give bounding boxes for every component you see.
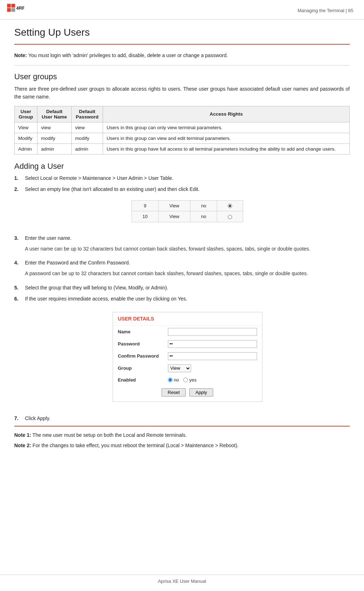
note-bottom-2: Note 2: For the changes to take effect, … [14, 442, 350, 449]
name-row: Name [113, 326, 262, 338]
col-header-group: UserGroup [15, 106, 37, 122]
footer-text: Aprisa XE User Manual [158, 579, 206, 584]
cell-password: view [71, 122, 103, 133]
confirm-password-label: Confirm Password [118, 353, 168, 360]
enabled-radio-group: no yes [168, 377, 197, 384]
steps-list: 1. Select Local or Remote > Maintenance … [14, 175, 350, 422]
step-text: Select Local or Remote > Maintenance > U… [25, 175, 173, 181]
table-row: Modify modify modify Users in this group… [15, 133, 350, 143]
title-divider [14, 44, 350, 45]
note-label: Note 2: [14, 443, 31, 448]
step-content: Enter the Password and the Confirm Passw… [25, 259, 350, 280]
user-details-form: USER DETAILS Name Password Confirm Passw… [113, 312, 262, 402]
cell-group: Admin [15, 143, 37, 154]
password-input[interactable] [168, 340, 257, 348]
password-row: Password [113, 338, 262, 350]
list-item: 3. Enter the user name.A user name can b… [14, 234, 350, 256]
group-row: Group View Modify Admin [113, 362, 262, 374]
list-item: 6. If the user requires immediate access… [14, 295, 350, 411]
note-intro: Note: You must login with 'admin' privil… [14, 50, 350, 61]
step-number: 4. [14, 259, 25, 280]
step-content: Select Local or Remote > Maintenance > U… [25, 175, 350, 182]
cell-username: admin [37, 143, 71, 154]
step-number: 7. [14, 415, 25, 422]
list-item: 4. Enter the Password and the Confirm Pa… [14, 259, 350, 280]
name-input[interactable] [168, 328, 257, 336]
screenshot-cell: View [159, 200, 190, 211]
cell-password: modify [71, 133, 103, 143]
note-text: The new user must be setup on both the L… [31, 432, 186, 438]
enabled-no-label[interactable]: no [168, 377, 179, 384]
step-text: Select an empty line (that isn't allocat… [25, 186, 200, 192]
group-select[interactable]: View Modify Admin [168, 364, 191, 372]
cell-access: Users in this group can only view termin… [103, 122, 350, 133]
enabled-no-radio[interactable] [168, 378, 173, 382]
note-text: For the changes to take effect, you must… [31, 443, 239, 448]
form-buttons: Reset Apply [113, 385, 262, 396]
step-number: 3. [14, 234, 25, 256]
note-label: Note 1: [14, 432, 31, 438]
screenshot-cell [217, 200, 243, 211]
col-header-access: Access Rights [103, 106, 350, 122]
step-content: Select the group that they will belong t… [25, 284, 350, 292]
4rf-logo-icon: 4RF [7, 4, 24, 17]
enabled-row: Enabled no yes [113, 374, 262, 386]
user-groups-heading: User groups [14, 72, 350, 81]
enabled-label: Enabled [118, 377, 168, 384]
confirm-password-input[interactable] [168, 352, 257, 360]
step-text: Click Apply. [25, 415, 50, 421]
svg-rect-1 [11, 4, 15, 7]
group-label: Group [118, 365, 168, 372]
step-number: 2. [14, 186, 25, 231]
screenshot-table: 9 View no 10 View no [132, 200, 243, 222]
screenshot-cell [217, 211, 243, 222]
step-text: Enter the user name. [25, 235, 72, 241]
list-item: 2. Select an empty line (that isn't allo… [14, 186, 350, 231]
note-intro-text: You must login with 'admin' privileges t… [28, 52, 228, 58]
bottom-divider [14, 426, 350, 426]
logo: 4RF [7, 4, 28, 17]
svg-rect-0 [7, 4, 11, 7]
step-sub-text: A user name can be up to 32 characters b… [25, 245, 350, 253]
step-content: Click Apply. [25, 415, 350, 422]
list-item: 1. Select Local or Remote > Maintenance … [14, 175, 350, 182]
cell-access: Users in this group have full access to … [103, 143, 350, 154]
step-text: If the user requires immediate access, e… [25, 296, 187, 302]
cell-group: View [15, 122, 37, 133]
enabled-yes-label[interactable]: yes [183, 377, 196, 384]
screenshot-row: 10 View no [132, 211, 243, 222]
svg-rect-3 [11, 8, 15, 12]
col-header-password: DefaultPassword [71, 106, 103, 122]
reset-button[interactable]: Reset [162, 388, 186, 396]
screenshot-cell: 10 [132, 211, 158, 222]
svg-text:4RF: 4RF [16, 5, 24, 11]
screenshot-row: 9 View no [132, 200, 243, 211]
note-intro-label: Note: [14, 52, 27, 58]
list-item: 7. Click Apply. [14, 415, 350, 422]
user-details-header: USER DETAILS [113, 312, 262, 326]
page-header: 4RF Managing the Terminal | 65 [0, 0, 364, 20]
screenshot-cell: View [159, 211, 190, 222]
page-title: Setting Up Users [14, 27, 350, 38]
step-number: 1. [14, 175, 25, 182]
radio-empty [228, 215, 232, 219]
col-header-username: DefaultUser Name [37, 106, 71, 122]
step-text: Select the group that they will belong t… [25, 285, 168, 291]
table-row: Admin admin admin Users in this group ha… [15, 143, 350, 154]
apply-button[interactable]: Apply [189, 388, 213, 396]
step-sub-text: A password can be up to 32 characters bu… [25, 269, 350, 277]
cell-username: view [37, 122, 71, 133]
screenshot-cell: 9 [132, 200, 158, 211]
cell-username: modify [37, 133, 71, 143]
screenshot-cell: no [190, 211, 217, 222]
page-footer: Aprisa XE User Manual [0, 575, 364, 584]
radio-filled [228, 204, 232, 208]
password-label: Password [118, 340, 168, 348]
step-number: 5. [14, 284, 25, 292]
enabled-yes-radio[interactable] [183, 378, 188, 382]
name-label: Name [118, 328, 168, 335]
step-text: Enter the Password and the Confirm Passw… [25, 260, 130, 266]
note-bottom-1: Note 1: The new user must be setup on bo… [14, 431, 350, 439]
svg-rect-2 [7, 8, 11, 12]
user-groups-description: There are three pre-defined user groups … [14, 85, 350, 101]
